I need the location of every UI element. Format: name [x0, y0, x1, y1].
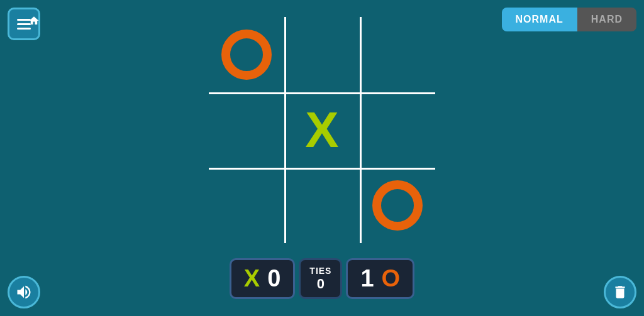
ties-label: TIES	[309, 266, 331, 276]
x-score-number: 0	[267, 265, 280, 292]
game-area: X X 0 TIES 0 1 O	[209, 17, 435, 299]
cell-2[interactable]	[360, 17, 435, 92]
home-arrow-icon	[28, 15, 40, 26]
hard-button[interactable]: HARD	[577, 8, 636, 31]
normal-button[interactable]: NORMAL	[502, 8, 577, 31]
ties-box: TIES 0	[299, 258, 342, 299]
x-score-symbol: X	[244, 265, 260, 292]
cell-3[interactable]	[209, 92, 284, 168]
cell-0[interactable]	[209, 17, 284, 92]
sound-icon	[15, 283, 33, 301]
x-symbol: X	[305, 105, 338, 155]
game-board: X	[209, 17, 435, 243]
o-score-box: 1 O	[346, 258, 414, 299]
cell-6[interactable]	[209, 168, 284, 243]
cell-1[interactable]	[284, 17, 360, 92]
menu-button[interactable]	[8, 8, 40, 40]
o-score-symbol: O	[382, 265, 401, 292]
cell-4[interactable]: X	[284, 92, 360, 168]
o-score-number: 1	[360, 265, 374, 292]
difficulty-selector: NORMAL HARD	[502, 8, 636, 31]
sound-button[interactable]	[8, 276, 40, 308]
o-symbol-2	[372, 180, 423, 231]
x-score-box: X 0	[230, 258, 296, 299]
ties-score-number: 0	[317, 276, 325, 292]
cell-7[interactable]	[284, 168, 360, 243]
cell-5[interactable]	[360, 92, 435, 168]
cell-8[interactable]	[360, 168, 435, 243]
reset-button[interactable]	[604, 276, 636, 308]
o-symbol	[221, 30, 272, 80]
scoreboard: X 0 TIES 0 1 O	[230, 258, 414, 299]
trash-icon	[612, 284, 628, 300]
